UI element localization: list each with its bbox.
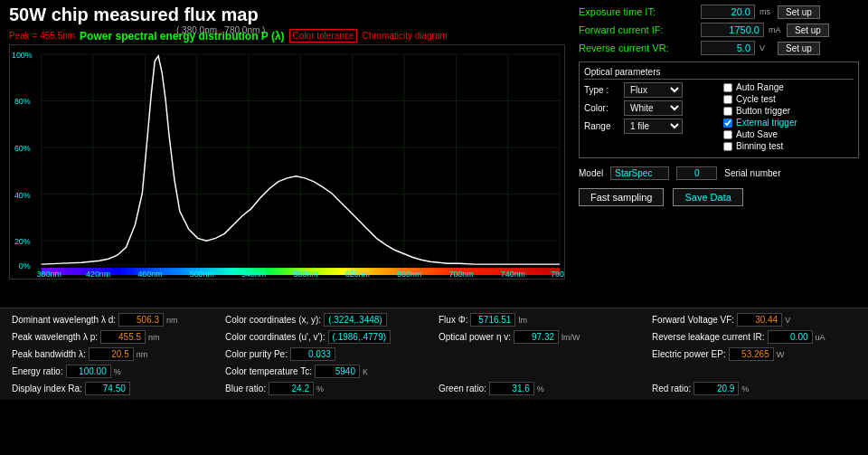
svg-text:500nm: 500nm: [190, 270, 214, 279]
forward-current-setup-btn[interactable]: Set up: [787, 24, 829, 37]
chromaticity-btn[interactable]: Chromaticity diagram: [362, 31, 447, 41]
range-label: Range: [584, 121, 620, 131]
forward-voltage-value: 30.44: [737, 313, 782, 327]
exposure-input[interactable]: [701, 5, 755, 19]
svg-text:380nm: 380nm: [37, 270, 61, 279]
cycle-test-row: Cycle test: [723, 94, 854, 104]
right-panel: Exposure time IT: ms Set up Forward curr…: [570, 0, 868, 308]
exposure-setup-btn[interactable]: Set up: [778, 5, 820, 19]
forward-current-input[interactable]: [701, 23, 764, 37]
reverse-leakage-unit: uA: [816, 333, 826, 342]
svg-text:780nm: 780nm: [551, 270, 564, 279]
color-label: Color:: [584, 103, 620, 113]
reverse-leakage-label: Reverse leakage current IR:: [652, 332, 765, 342]
peak-wavelength-label: Peak wavelength λ p:: [12, 332, 98, 342]
electric-power-row: Electric power EP: 53.265 W: [647, 346, 861, 362]
forward-voltage-label: Forward Voltage VF:: [652, 315, 734, 325]
reverse-current-label: Reverse current VR:: [579, 43, 696, 53]
model-input[interactable]: [610, 166, 669, 180]
energy-ratio-label: Energy ratio:: [12, 366, 63, 376]
color-coord-xy-label: Color coordinates (x, y):: [225, 315, 321, 325]
page-title: 50W chip measured flux map: [9, 5, 259, 25]
svg-text:20%: 20%: [14, 237, 31, 246]
peak-bandwidth-unit: nm: [137, 350, 148, 359]
optical-params-title: Optical parameters: [584, 67, 854, 80]
save-data-btn[interactable]: Save Data: [673, 188, 742, 206]
spectrum-chart: 100% 80% 60% 40% 20% 0%: [9, 44, 565, 280]
color-coord-uv-row: Color coordinates (u', v'): (.1986,.4779…: [221, 329, 434, 345]
flux-label: Flux Φ:: [439, 315, 467, 325]
energy-ratio-value: 100.00: [66, 365, 111, 378]
red-ratio-label: Red ratio:: [652, 384, 691, 393]
auto-save-label: Auto Save: [736, 129, 778, 139]
svg-text:0%: 0%: [19, 261, 31, 270]
serial-label: Serial number: [724, 168, 780, 178]
reverse-leakage-row: Reverse leakage current IR: 0.00 uA: [647, 329, 861, 345]
electric-power-value: 53.265: [729, 347, 774, 361]
display-index-row: Display index Ra: 74.50: [7, 381, 221, 396]
energy-ratio-row: Energy ratio: 100.00 %: [7, 364, 221, 379]
exposure-unit: ms: [760, 7, 773, 16]
auto-range-label: Auto Range: [736, 82, 784, 92]
svg-text:100%: 100%: [12, 51, 33, 60]
auto-range-cb[interactable]: [723, 83, 732, 92]
svg-text:60%: 60%: [14, 144, 31, 153]
binning-test-row: Binning test: [723, 141, 854, 151]
auto-save-row: Auto Save: [723, 129, 854, 139]
empty-row-3: [647, 364, 861, 379]
green-ratio-row: Green ratio: 31.6 %: [434, 381, 647, 396]
reverse-current-input[interactable]: [701, 41, 755, 55]
flux-row: Flux Φ: 5716.51 lm: [434, 312, 647, 327]
blue-ratio-value: 24.2: [269, 382, 314, 395]
range-select[interactable]: 1 file 2 file: [624, 118, 683, 134]
forward-voltage-row: Forward Voltage VF: 30.44 V: [647, 312, 861, 327]
dominant-wavelength-label: Dominant wavelength λ d:: [12, 315, 116, 325]
color-purity-value: 0.033: [290, 347, 335, 361]
svg-text:700nm: 700nm: [448, 270, 473, 279]
green-ratio-unit: %: [537, 384, 544, 393]
fast-sampling-btn[interactable]: Fast sampling: [579, 188, 664, 206]
color-coord-xy-row: Color coordinates (x, y): (.3224,.3448): [221, 312, 434, 327]
color-coord-uv-value: (.1986,.4779): [328, 330, 392, 344]
blue-ratio-row: Blue ratio: 24.2 %: [221, 381, 434, 396]
binning-test-cb[interactable]: [723, 142, 732, 151]
dominant-wavelength-unit: nm: [166, 316, 178, 325]
flux-unit: lm: [518, 316, 527, 325]
color-temp-label: Color temperature Tc:: [225, 366, 312, 376]
cycle-test-cb[interactable]: [723, 95, 732, 104]
svg-text:740nm: 740nm: [501, 270, 525, 279]
green-ratio-value: 31.6: [489, 382, 534, 395]
energy-ratio-unit: %: [114, 367, 121, 376]
forward-current-label: Forward current IF:: [579, 24, 696, 35]
optical-power-value: 97.32: [514, 330, 559, 344]
external-trigger-cb[interactable]: [723, 118, 732, 128]
optical-power-unit: lm/W: [561, 333, 580, 342]
serial-input[interactable]: [676, 166, 717, 180]
blue-ratio-label: Blue ratio:: [225, 384, 266, 393]
auto-save-cb[interactable]: [723, 130, 732, 139]
type-select[interactable]: Flux Irradiance: [624, 82, 683, 98]
bottom-data-section: Dominant wavelength λ d: 506.3 nm Color …: [0, 308, 868, 400]
color-coord-uv-label: Color coordinates (u', v'):: [225, 332, 326, 342]
peak-wavelength-value: 455.5: [100, 330, 146, 344]
blue-ratio-unit: %: [316, 384, 324, 393]
flux-value: 5716.51: [470, 313, 515, 327]
color-purity-label: Color purity Pe:: [225, 349, 288, 359]
reverse-leakage-value: 0.00: [768, 330, 813, 344]
color-coord-xy-value: (.3224,.3448): [324, 313, 387, 327]
svg-text:40%: 40%: [14, 191, 31, 200]
color-temp-unit: K: [363, 367, 368, 376]
display-index-label: Display index Ra:: [12, 384, 82, 393]
reverse-current-unit: V: [760, 43, 773, 52]
color-tolerance-btn[interactable]: Color tolerance: [289, 29, 358, 43]
color-select[interactable]: White Red Green Blue: [624, 100, 683, 116]
chart-svg: 100% 80% 60% 40% 20% 0%: [10, 45, 564, 279]
exposure-label: Exposure time IT:: [579, 6, 696, 17]
subtitle: ( 380.0nm , 780.0nm ): [176, 25, 265, 35]
button-trigger-cb[interactable]: [723, 107, 732, 116]
auto-range-row: Auto Range: [723, 82, 854, 92]
empty-row-1: [434, 346, 647, 362]
empty-row-2: [434, 364, 647, 379]
external-trigger-label: External trigger: [736, 118, 797, 128]
reverse-current-setup-btn[interactable]: Set up: [778, 42, 820, 55]
